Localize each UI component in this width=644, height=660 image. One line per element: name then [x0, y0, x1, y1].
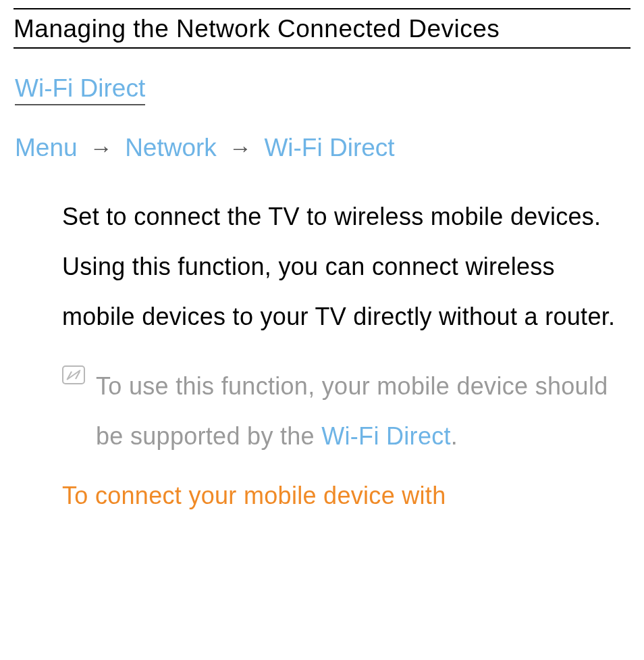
note-icon: [62, 365, 85, 384]
breadcrumb: Menu → Network → Wi-Fi Direct: [15, 134, 630, 162]
breadcrumb-item-menu: Menu: [15, 134, 78, 161]
section-heading: Wi-Fi Direct: [15, 74, 145, 105]
page-title: Managing the Network Connected Devices: [14, 8, 630, 49]
note-text-after: .: [451, 422, 458, 450]
continuation-text: To connect your mobile device with: [62, 482, 630, 510]
arrow-right-icon: →: [90, 135, 113, 161]
arrow-right-icon: →: [229, 135, 252, 161]
body-paragraph: Set to connect the TV to wireless mobile…: [62, 192, 624, 341]
breadcrumb-item-wifi-direct: Wi-Fi Direct: [264, 134, 394, 161]
note-block: To use this function, your mobile device…: [62, 361, 624, 461]
note-highlight: Wi-Fi Direct: [321, 422, 451, 450]
breadcrumb-item-network: Network: [125, 134, 217, 161]
note-text: To use this function, your mobile device…: [62, 361, 624, 461]
